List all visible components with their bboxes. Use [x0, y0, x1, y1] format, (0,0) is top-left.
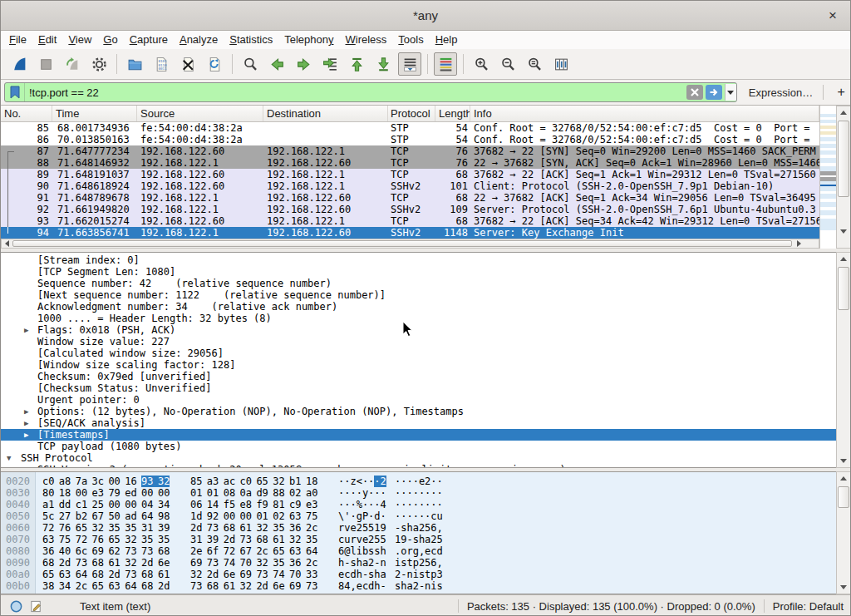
scroll-thumb[interactable]	[12, 240, 792, 247]
menu-item-wireless[interactable]: Wireless	[340, 31, 393, 48]
column-header-destination[interactable]: Destination	[263, 106, 388, 121]
packet-row[interactable]: 8568.001734936fe:54:00:d4:38:2aSTP54Conf…	[1, 122, 819, 134]
detail-line[interactable]: Urgent pointer: 0	[1, 394, 836, 406]
find-packet-icon[interactable]	[239, 52, 262, 76]
start-capture-icon[interactable]	[7, 52, 31, 76]
add-filter-button[interactable]: +	[832, 85, 850, 100]
collapsed-arrow-icon[interactable]: ▶	[24, 417, 28, 429]
hex-row[interactable]: 006072766532353531392d7368613235362crve2…	[1, 522, 836, 534]
menu-item-statistics[interactable]: Statistics	[224, 31, 278, 48]
scroll-down-icon[interactable]	[837, 581, 850, 594]
column-header-length[interactable]: Length	[435, 106, 470, 121]
scroll-left-icon[interactable]	[2, 239, 12, 248]
detail-line[interactable]: Window size value: 227	[1, 336, 836, 347]
detail-line[interactable]: ▶[Timestamps]	[1, 429, 836, 441]
scroll-thumb[interactable]	[838, 486, 849, 508]
hex-row[interactable]: 008036406c69627373682e6f72672c6563646@li…	[1, 545, 836, 557]
scroll-up-icon[interactable]	[837, 253, 850, 265]
menu-item-telephony[interactable]: Telephony	[278, 31, 339, 48]
scroll-thumb[interactable]	[838, 267, 849, 310]
details-vscrollbar[interactable]	[836, 252, 851, 468]
collapsed-arrow-icon[interactable]: ▶	[24, 406, 28, 417]
packet-row[interactable]: 9471.663856741192.168.122.1192.168.122.6…	[1, 227, 819, 239]
hex-row[interactable]: 0030801800e379ed00000101080ad98802a0····…	[1, 487, 836, 499]
intelligent-scrollbar-minimap[interactable]	[819, 106, 836, 249]
detail-line[interactable]: [Checksum Status: Unverified]	[1, 382, 836, 394]
collapsed-arrow-icon[interactable]: ▶	[24, 429, 28, 441]
detail-line[interactable]: [TCP Segment Len: 1080]	[1, 266, 836, 278]
zoom-in-icon[interactable]	[470, 52, 493, 76]
detail-line[interactable]: [Stream index: 0]	[1, 254, 836, 266]
packet-row[interactable]: 9171.648789678192.168.122.1192.168.122.6…	[1, 192, 819, 204]
zoom-original-icon[interactable]	[523, 52, 546, 76]
scroll-down-icon[interactable]	[837, 455, 850, 467]
packet-row[interactable]: 8871.648146932192.168.122.1192.168.122.6…	[1, 157, 819, 169]
status-profile[interactable]: Profile: Default	[773, 600, 844, 613]
filter-apply-icon[interactable]	[706, 85, 722, 100]
colorize-icon[interactable]	[434, 52, 457, 76]
menu-item-capture[interactable]: Capture	[124, 31, 174, 48]
filter-bookmark-icon[interactable]	[5, 83, 25, 101]
packet-list-vscrollbar[interactable]	[836, 106, 851, 249]
detail-line[interactable]: ▶Options: (12 bytes), No-Operation (NOP)…	[1, 406, 836, 417]
hex-row[interactable]: 00a0656364682d736861322d6e6973747033ecdh…	[1, 569, 836, 580]
packet-row[interactable]: 8971.648191037192.168.122.60192.168.122.…	[1, 169, 819, 180]
column-header-protocol[interactable]: Protocol	[388, 106, 435, 121]
packet-row[interactable]: 8670.013850163fe:54:00:d4:38:2aSTP54Conf…	[1, 134, 819, 145]
packet-row[interactable]: 9071.648618924192.168.122.60192.168.122.…	[1, 180, 819, 192]
menu-item-view[interactable]: View	[62, 31, 97, 48]
hex-row[interactable]: 0040a1ddc125000004340614f5e8f981c9e3···%…	[1, 499, 836, 510]
save-file-icon[interactable]: 010101100011	[150, 52, 173, 76]
menu-item-go[interactable]: Go	[97, 31, 123, 48]
detail-line[interactable]: Sequence number: 42 (relative sequence n…	[1, 278, 836, 289]
menu-item-file[interactable]: File	[3, 31, 32, 48]
scroll-thumb[interactable]	[838, 121, 849, 197]
capture-comment-icon[interactable]	[29, 599, 43, 614]
close-file-icon[interactable]	[176, 52, 199, 76]
go-back-icon[interactable]	[265, 52, 288, 76]
resize-columns-icon[interactable]	[549, 52, 573, 76]
hex-row[interactable]: 00b038342c656364682d736861322d6e697384,e…	[1, 580, 836, 592]
stop-capture-icon[interactable]	[34, 52, 57, 76]
display-filter-input[interactable]	[25, 84, 686, 101]
detail-line[interactable]: [Calculated window size: 29056]	[1, 347, 836, 359]
column-header-time[interactable]: Time	[52, 106, 137, 121]
go-to-packet-icon[interactable]	[318, 52, 342, 76]
collapsed-arrow-icon[interactable]: ▶	[24, 324, 28, 336]
menu-item-help[interactable]: Help	[430, 31, 464, 48]
detail-line[interactable]: ▶[SEQ/ACK analysis]	[1, 417, 836, 429]
column-header-no[interactable]: No.	[1, 106, 52, 121]
scroll-down-icon[interactable]	[837, 225, 850, 238]
column-header-info[interactable]: Info	[470, 106, 819, 121]
detail-line[interactable]: TCP payload (1080 bytes)	[1, 441, 836, 452]
zoom-out-icon[interactable]	[496, 52, 519, 76]
detail-line[interactable]: ▶Flags: 0x018 (PSH, ACK)	[1, 324, 836, 336]
packet-list-hscrollbar[interactable]	[1, 239, 819, 249]
menu-item-analyze[interactable]: Analyze	[174, 31, 224, 48]
hex-row[interactable]: 0090682d736861322d6e697374703235362ch-sh…	[1, 557, 836, 569]
detail-line[interactable]: [Window size scaling factor: 128]	[1, 359, 836, 371]
detail-line[interactable]: 1000 .... = Header Length: 32 bytes (8)	[1, 313, 836, 324]
hex-row[interactable]: 00505c27b26750ad64981d92000001026375\'·g…	[1, 510, 836, 522]
menu-item-edit[interactable]: Edit	[32, 31, 62, 48]
expanded-arrow-icon[interactable]: ▼	[7, 452, 11, 464]
go-first-icon[interactable]	[345, 52, 368, 76]
auto-scroll-icon[interactable]	[398, 52, 421, 76]
packet-row[interactable]: 9371.662015274192.168.122.60192.168.122.…	[1, 215, 819, 227]
expression-button[interactable]: Expression…	[749, 86, 813, 99]
go-last-icon[interactable]	[371, 52, 395, 76]
packet-row[interactable]: 9271.661949820192.168.122.1192.168.122.6…	[1, 204, 819, 215]
scroll-right-icon[interactable]	[794, 239, 804, 248]
restart-capture-icon[interactable]	[61, 52, 84, 76]
close-icon[interactable]: ×	[822, 1, 844, 31]
go-forward-icon[interactable]	[292, 52, 315, 76]
reload-file-icon[interactable]	[203, 52, 226, 76]
hex-row[interactable]: 0070637572766532353531392d7368613235curv…	[1, 534, 836, 545]
expert-info-icon[interactable]	[9, 599, 23, 614]
detail-line[interactable]: Acknowledgment number: 34 (relative ack …	[1, 301, 836, 313]
detail-line[interactable]: Checksum: 0x79ed [unverified]	[1, 371, 836, 382]
filter-clear-icon[interactable]	[686, 85, 703, 100]
scroll-up-icon[interactable]	[837, 106, 850, 119]
hex-vscrollbar[interactable]	[836, 471, 851, 594]
hex-row[interactable]: 0020c0a87a3c0016933285a3acc06532b118··z<…	[1, 476, 836, 487]
